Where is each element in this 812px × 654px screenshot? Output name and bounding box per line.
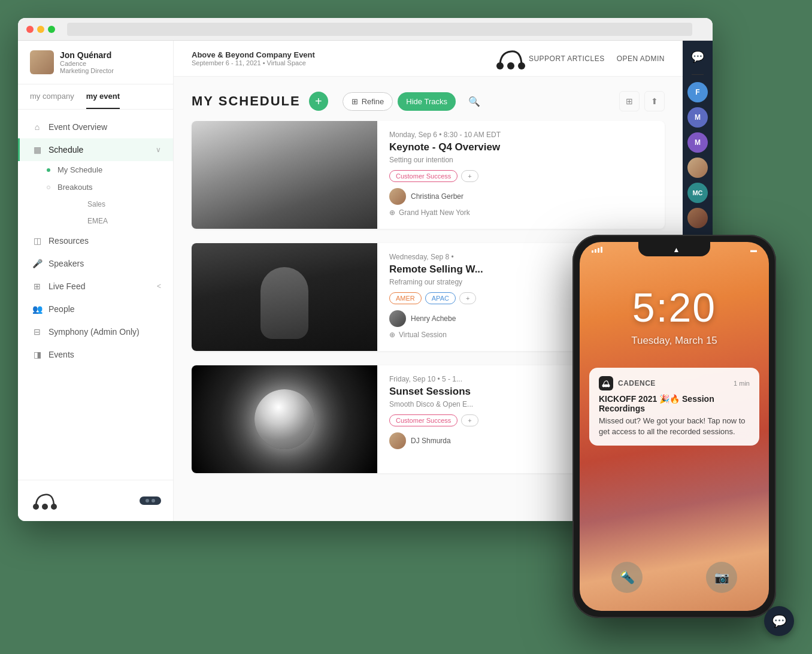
inactive-dot-icon: [47, 186, 50, 189]
close-button[interactable]: [26, 26, 34, 33]
sidebar-logo: [30, 490, 60, 511]
minimize-button[interactable]: [37, 26, 44, 33]
avatar-image: [30, 50, 54, 74]
sidebar-tabs: my company my event: [18, 84, 173, 110]
session-card[interactable]: Monday, Sep 6 • 8:30 - 10 AM EDT Keynote…: [192, 121, 665, 229]
sidebar-item-label: Event Overview: [49, 122, 107, 132]
person-silhouette: [260, 267, 308, 339]
search-button[interactable]: 🔍: [464, 91, 484, 111]
hide-tracks-label: Hide Tracks: [406, 97, 447, 106]
session-tag-more: +: [459, 292, 476, 304]
user-profile: Jon Quénard Cadence Marketing Director: [18, 41, 173, 84]
flashlight-button[interactable]: 🔦: [611, 562, 643, 593]
wifi-icon: ▲: [673, 246, 680, 254]
resources-icon: ◫: [32, 235, 43, 246]
grid-icon: ⊟: [32, 326, 43, 337]
notification-app-name: CADENCE: [618, 379, 729, 387]
signal-bar: [595, 249, 596, 253]
sidebar-item-label: Schedule: [49, 145, 83, 155]
session-image-mountain: [192, 121, 377, 229]
user-avatar-m2[interactable]: M: [687, 132, 708, 153]
chat-icon[interactable]: 💬: [687, 47, 708, 67]
hide-tracks-button[interactable]: Hide Tracks: [398, 92, 456, 111]
open-admin-link[interactable]: OPEN ADMIN: [617, 54, 665, 63]
support-articles-link[interactable]: SUPPORT ARTICLES: [529, 54, 605, 63]
sidebar-item-people[interactable]: 👥 People: [18, 298, 173, 320]
notification-title: KICKOFF 2021 🎉🔥 Session Recordings: [599, 394, 750, 413]
chevron-down-icon: ∨: [156, 146, 161, 154]
sidebar-item-schedule[interactable]: ▦ Schedule ∨: [18, 138, 173, 161]
session-tag-more: +: [461, 414, 478, 426]
user-avatar-f[interactable]: F: [687, 82, 708, 102]
sidebar-item-events[interactable]: ◨ Events: [18, 343, 173, 366]
user-name: Jon Quénard: [60, 50, 161, 60]
phone-date: Tuesday, March 15: [580, 335, 769, 347]
signal-bar: [601, 247, 602, 253]
chat-widget-button[interactable]: 💬: [764, 606, 794, 636]
user-avatar-mc[interactable]: MC: [687, 183, 708, 203]
add-session-button[interactable]: +: [309, 92, 328, 111]
mic-icon: 🎤: [32, 258, 43, 269]
feed-icon: ⊞: [32, 281, 43, 292]
user-avatar-m1[interactable]: M: [687, 107, 708, 128]
user-avatar-photo2[interactable]: [687, 208, 708, 228]
people-icon: 👥: [32, 304, 43, 314]
export-button[interactable]: ⬆: [644, 91, 665, 111]
tab-my-event[interactable]: my event: [86, 84, 120, 109]
svg-point-4: [507, 62, 514, 69]
sidebar-item-sales[interactable]: Sales: [87, 196, 173, 213]
events-icon: ◨: [32, 349, 43, 360]
refine-button[interactable]: ⊞ Refine: [343, 92, 393, 111]
schedule-title: MY SCHEDULE: [192, 93, 301, 109]
phone-time: 5:20: [580, 284, 769, 331]
user-avatar-photo1[interactable]: [687, 158, 708, 178]
filter-buttons: ⊞ Refine Hide Tracks: [343, 92, 456, 111]
dot2: [152, 499, 155, 502]
event-info: Above & Beyond Company Event September 6…: [192, 50, 493, 66]
user-info: Jon Quénard Cadence Marketing Director: [60, 50, 161, 74]
url-bar[interactable]: [67, 23, 692, 36]
signal-bar: [592, 250, 593, 253]
refine-label: Refine: [362, 97, 384, 106]
disco-image: [192, 365, 377, 473]
speaker-name: DJ Shmurda: [411, 437, 451, 445]
chevron-left-icon: <: [157, 282, 161, 290]
mac-traffic-lights: [26, 26, 55, 33]
sidebar-item-resources[interactable]: ◫ Resources: [18, 229, 173, 252]
person-image: [192, 243, 377, 351]
sidebar-item-symphony[interactable]: ⊟ Symphony (Admin Only): [18, 320, 173, 343]
sidebar-item-speakers[interactable]: 🎤 Speakers: [18, 252, 173, 275]
schedule-header: MY SCHEDULE + ⊞ Refine Hide Tracks 🔍 ⊞ ⬆: [174, 77, 683, 121]
grid-view-button[interactable]: ⊞: [619, 91, 640, 111]
speaker-avatar: [389, 432, 406, 449]
sidebar-item-my-schedule[interactable]: My Schedule: [47, 161, 173, 178]
location-text: Virtual Session: [399, 331, 447, 339]
sidebar-item-label: Resources: [49, 236, 89, 246]
maximize-button[interactable]: [48, 26, 55, 33]
session-date: Monday, Sep 6 • 8:30 - 10 AM EDT: [389, 131, 655, 139]
sidebar-item-emea[interactable]: EMEA: [87, 213, 173, 229]
tab-my-company[interactable]: my company: [30, 84, 74, 109]
settings-toggle[interactable]: [140, 496, 161, 505]
cadence-logo: [493, 46, 529, 72]
notification-time: 1 min: [734, 380, 750, 387]
phone-notification[interactable]: CADENCE 1 min KICKOFF 2021 🎉🔥 Session Re…: [589, 368, 759, 446]
active-dot-icon: [47, 168, 50, 172]
sidebar-item-label: Symphony (Admin Only): [49, 327, 140, 337]
signal-bars: [592, 247, 602, 253]
sidebar-item-breakouts[interactable]: Breakouts: [47, 178, 173, 196]
user-role: Marketing Director: [60, 67, 161, 74]
location-text: Grand Hyatt New York: [399, 208, 470, 217]
sidebar-item-event-overview[interactable]: ⌂ Event Overview: [18, 116, 173, 138]
phone-frame: ▲ ▬ 5:20 Tuesday, March 15: [572, 235, 776, 618]
separator: [692, 74, 704, 75]
cadence-mini-logo: [602, 379, 610, 387]
calendar-icon: ▦: [32, 144, 43, 155]
sidebar-item-live-feed[interactable]: ⊞ Live Feed <: [18, 275, 173, 298]
notification-body: Missed out? We got your back! Tap now to…: [599, 416, 750, 437]
session-description: Setting our intention: [389, 156, 655, 164]
sidebar-item-label: Events: [49, 350, 74, 359]
phone-mockup: ▲ ▬ 5:20 Tuesday, March 15: [572, 235, 776, 618]
camera-button[interactable]: 📷: [706, 562, 737, 593]
speaker-name: Christina Gerber: [411, 192, 463, 201]
